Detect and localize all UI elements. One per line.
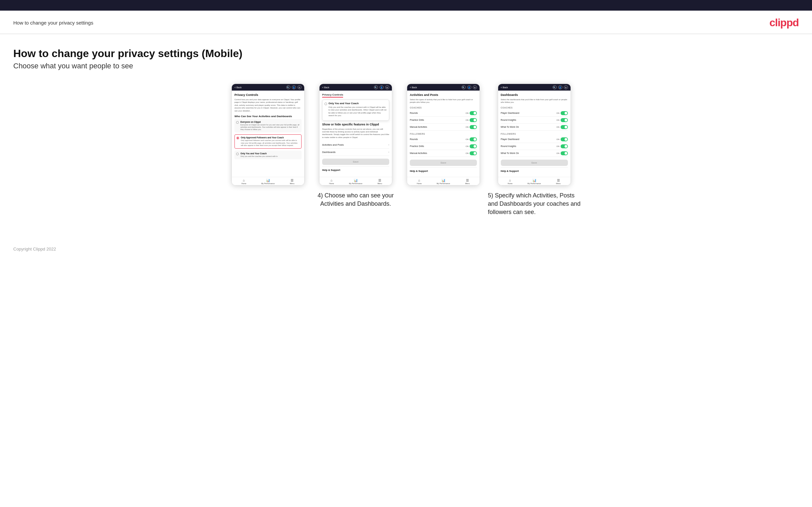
practice1-on-label: ON xyxy=(466,119,469,121)
radio-only-you-text: Only You and Your Coach Only you and the… xyxy=(241,152,277,158)
tab-menu-3[interactable]: ☰ Menu xyxy=(455,178,479,184)
back-button-3[interactable]: < Back xyxy=(410,86,417,89)
phone-tabbar-2: ⌂ Home 📊 My Performance ☰ Menu xyxy=(319,177,392,185)
save-button-4[interactable]: Save xyxy=(501,160,568,166)
tab-performance-1[interactable]: 📊 My Performance xyxy=(256,178,280,184)
activities-posts-title: Activities and Posts xyxy=(410,93,477,97)
tab-home-2[interactable]: ⌂ Home xyxy=(319,178,344,184)
person-icon-3[interactable]: 👤 xyxy=(467,85,471,89)
followers-manual-row: Manual Activities ON xyxy=(410,150,477,157)
rounds1-on-label: ON xyxy=(466,112,469,114)
who-can-see-title: Who Can See Your Activities and Dashboar… xyxy=(235,115,302,118)
followers-player-dash-row: Player Dashboard ON xyxy=(501,136,568,143)
caption-5: 5) Specify which Activities, Posts and D… xyxy=(488,191,580,217)
practice2-toggle[interactable] xyxy=(470,144,477,148)
back-button-4[interactable]: < Back xyxy=(501,86,508,89)
privacy-controls-title-1: Privacy Controls xyxy=(235,93,302,97)
phone-icons-2: 🔍 👤 ⚙ xyxy=(374,85,389,89)
radio-everyone-text: Everyone on Clippd Everyone on Clippd ca… xyxy=(241,121,300,131)
person-icon-4[interactable]: 👤 xyxy=(558,85,562,89)
player-dash-toggle[interactable] xyxy=(561,111,568,115)
footer: Copyright Clippd 2022 xyxy=(0,237,812,258)
player-dash2-toggle[interactable] xyxy=(561,137,568,142)
practice1-toggle[interactable] xyxy=(470,118,477,122)
home-icon-4: ⌂ xyxy=(509,178,511,182)
practice2-on-label: ON xyxy=(466,145,469,147)
round-insights2-toggle[interactable] xyxy=(561,144,568,148)
manual1-toggle[interactable] xyxy=(470,125,477,129)
privacy-description-1: Control how you and your data appears to… xyxy=(235,98,302,112)
rounds2-toggle[interactable] xyxy=(470,137,477,142)
radio-approved-circle xyxy=(237,137,239,139)
search-icon-1[interactable]: 🔍 xyxy=(286,85,290,89)
what-to-work-on: ON xyxy=(557,126,560,128)
tab-home-1[interactable]: ⌂ Home xyxy=(232,178,256,184)
tab-menu-2[interactable]: ☰ Menu xyxy=(368,178,392,184)
settings-icon-4[interactable]: ⚙ xyxy=(564,85,568,89)
settings-icon-1[interactable]: ⚙ xyxy=(298,85,302,89)
screenshot-group-1: < Back 🔍 👤 ⚙ Privacy Controls Control ho… xyxy=(232,83,305,185)
back-button-2[interactable]: < Back xyxy=(322,86,329,89)
settings-icon-3[interactable]: ⚙ xyxy=(473,85,477,89)
followers-what-to-work-row: What To Work On ON xyxy=(501,150,568,157)
phone-topbar-1: < Back 🔍 👤 ⚙ xyxy=(232,84,304,91)
coaches-label-4: COACHES xyxy=(501,107,568,109)
header: How to change your privacy settings clip… xyxy=(0,11,812,34)
search-icon-3[interactable]: 🔍 xyxy=(462,85,466,89)
phone-tabbar-4: ⌂ Home 📊 My Performance ☰ Menu xyxy=(498,177,570,185)
phone-icons-3: 🔍 👤 ⚙ xyxy=(462,85,477,89)
tab-home-4[interactable]: ⌂ Home xyxy=(498,178,522,184)
what-to-work2-toggle[interactable] xyxy=(561,151,568,155)
search-icon-4[interactable]: 🔍 xyxy=(553,85,557,89)
save-button-2[interactable]: Save xyxy=(322,159,389,165)
save-button-3[interactable]: Save xyxy=(410,160,477,166)
coaches-rounds-row: Rounds ON xyxy=(410,110,477,117)
radio-only-you[interactable]: Only You and Your Coach Only you and the… xyxy=(235,151,302,159)
search-icon-2[interactable]: 🔍 xyxy=(374,85,378,89)
round-insights-toggle[interactable] xyxy=(561,118,568,122)
manual2-toggle[interactable] xyxy=(470,151,477,155)
tab-menu-4[interactable]: ☰ Menu xyxy=(546,178,570,184)
chevron-right-icon-2: › xyxy=(388,151,389,154)
followers-label-3: FOLLOWERS xyxy=(410,133,477,135)
caption-4: 4) Choose who can see your Activities an… xyxy=(312,191,399,208)
popup-box: Only You and Your Coach Only you and the… xyxy=(322,100,389,121)
nav-activities-posts[interactable]: Activities and Posts › xyxy=(322,142,389,149)
tab-home-3[interactable]: ⌂ Home xyxy=(407,178,432,184)
radio-approved[interactable]: Only Approved Followers and Your Coach O… xyxy=(235,134,302,148)
person-icon-2[interactable]: 👤 xyxy=(379,85,384,89)
show-hide-title: Show or hide specific features in Clippd xyxy=(322,123,389,126)
nav-dashboards[interactable]: Dashboards › xyxy=(322,149,389,156)
back-button-1[interactable]: < Back xyxy=(235,86,242,89)
copyright-text: Copyright Clippd 2022 xyxy=(13,246,56,251)
followers-label-4: FOLLOWERS xyxy=(501,133,568,135)
tab-performance-4[interactable]: 📊 My Performance xyxy=(522,178,546,184)
chart-icon-3: 📊 xyxy=(441,178,445,182)
tab-menu-1[interactable]: ☰ Menu xyxy=(280,178,304,184)
coaches-label-3: COACHES xyxy=(410,107,477,109)
help-support-2: Help & Support xyxy=(322,166,389,173)
radio-approved-text: Only Approved Followers and Your Coach O… xyxy=(241,136,300,146)
phone-content-3: Activities and Posts Select the types of… xyxy=(407,91,479,177)
what-to-work-toggle[interactable] xyxy=(561,125,568,129)
rounds1-toggle[interactable] xyxy=(470,111,477,115)
coaches-player-dash-row: Player Dashboard ON xyxy=(501,110,568,117)
person-icon-1[interactable]: 👤 xyxy=(292,85,296,89)
phone-content-2: Privacy Controls Only You and Your Coach… xyxy=(319,91,392,177)
phone-topbar-4: < Back 🔍 👤 ⚙ xyxy=(498,84,570,91)
round-insights2-on: ON xyxy=(557,145,560,147)
main-content: How to change your privacy settings (Mob… xyxy=(0,34,812,237)
settings-icon-2[interactable]: ⚙ xyxy=(385,85,389,89)
manual1-on-label: ON xyxy=(466,126,469,128)
tab-performance-3[interactable]: 📊 My Performance xyxy=(432,178,456,184)
tab-performance-2[interactable]: 📊 My Performance xyxy=(344,178,368,184)
phone-icons-4: 🔍 👤 ⚙ xyxy=(553,85,568,89)
menu-icon-2: ☰ xyxy=(378,178,381,182)
followers-rounds-row: Rounds ON xyxy=(410,136,477,143)
show-hide-description: Regardless of the privacy controls that … xyxy=(322,128,389,139)
coaches-practice-row: Practice Drills ON xyxy=(410,117,477,124)
popup-radio-circle xyxy=(324,103,327,105)
phone-mockup-2: < Back 🔍 👤 ⚙ Privacy Controls O xyxy=(319,83,392,185)
radio-everyone[interactable]: Everyone on Clippd Everyone on Clippd ca… xyxy=(235,119,302,132)
dashboards-description: Select the dashboards that you'd like to… xyxy=(501,98,568,104)
